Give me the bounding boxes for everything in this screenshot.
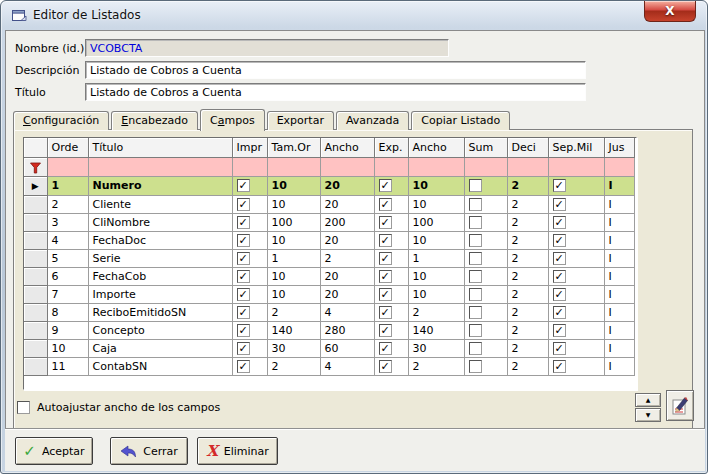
cell-ancho_exp[interactable]: 30 <box>408 339 464 357</box>
autofit-checkbox[interactable] <box>17 401 30 414</box>
cell-ancho_exp[interactable]: 2 <box>408 357 464 375</box>
cell-jus[interactable]: I <box>604 339 634 357</box>
sep_mil-checkbox[interactable]: ✓ <box>553 216 566 229</box>
sum-checkbox[interactable] <box>469 324 482 337</box>
filter-cell-sum[interactable] <box>464 157 507 176</box>
impr-checkbox[interactable]: ✓ <box>237 360 250 373</box>
cell-ancho_exp[interactable]: 10 <box>408 267 464 285</box>
row-header[interactable] <box>24 321 47 339</box>
tab-exportar[interactable]: Exportar <box>267 111 334 130</box>
filter-cell-ancho_exp[interactable] <box>408 157 464 176</box>
exp-checkbox[interactable]: ✓ <box>379 324 392 337</box>
row-header[interactable] <box>24 267 47 285</box>
cell-tam_or[interactable]: 140 <box>267 321 320 339</box>
row-header[interactable] <box>24 357 47 375</box>
cell-jus[interactable]: I <box>604 357 634 375</box>
cell-titulo[interactable]: Numero <box>88 176 232 195</box>
cell-jus[interactable]: I <box>604 176 634 195</box>
impr-checkbox[interactable]: ✓ <box>237 179 250 192</box>
cell-orde[interactable]: 8 <box>47 303 88 321</box>
impr-checkbox[interactable]: ✓ <box>237 252 250 265</box>
close-button[interactable]: X <box>644 1 696 22</box>
aceptar-button[interactable]: ✓Aceptar <box>15 437 93 465</box>
titlebar[interactable]: Editor de Listados X <box>1 1 707 30</box>
col-header-jus[interactable]: Jus <box>604 138 634 157</box>
nombre-field[interactable] <box>85 39 449 57</box>
cell-orde[interactable]: 3 <box>47 213 88 231</box>
cell-jus[interactable]: I <box>604 267 634 285</box>
cell-jus[interactable]: I <box>604 303 634 321</box>
cell-tam_or[interactable]: 2 <box>267 303 320 321</box>
tab-encabezado[interactable]: Encabezado <box>111 111 198 130</box>
sep_mil-checkbox[interactable]: ✓ <box>553 342 566 355</box>
col-header-impr[interactable]: Impr <box>232 138 267 157</box>
cell-tam_or[interactable]: 10 <box>267 267 320 285</box>
col-header-sep_mil[interactable]: Sep.Mil <box>548 138 604 157</box>
spinner-down-button[interactable]: ▼ <box>635 408 661 422</box>
cell-ancho[interactable]: 20 <box>320 285 374 303</box>
row-header[interactable] <box>24 285 47 303</box>
sum-checkbox[interactable] <box>469 216 482 229</box>
sep_mil-checkbox[interactable]: ✓ <box>553 179 566 192</box>
descripcion-field[interactable] <box>85 61 586 79</box>
col-header-titulo[interactable]: Título <box>88 138 232 157</box>
cell-titulo[interactable]: Cliente <box>88 195 232 213</box>
cell-ancho_exp[interactable]: 1 <box>408 249 464 267</box>
edit-field-button[interactable] <box>666 390 694 421</box>
sum-checkbox[interactable] <box>469 288 482 301</box>
tab-copiar-listado[interactable]: Copiar Listado <box>411 111 510 130</box>
sum-checkbox[interactable] <box>469 306 482 319</box>
cell-titulo[interactable]: Serie <box>88 249 232 267</box>
impr-checkbox[interactable]: ✓ <box>237 324 250 337</box>
impr-checkbox[interactable]: ✓ <box>237 270 250 283</box>
cell-ancho_exp[interactable]: 10 <box>408 195 464 213</box>
impr-checkbox[interactable]: ✓ <box>237 306 250 319</box>
cell-tam_or[interactable]: 1 <box>267 249 320 267</box>
impr-checkbox[interactable]: ✓ <box>237 216 250 229</box>
filter-row-header[interactable] <box>24 157 47 176</box>
sep_mil-checkbox[interactable]: ✓ <box>553 270 566 283</box>
cell-deci[interactable]: 2 <box>507 357 548 375</box>
col-header-tam_or[interactable]: Tam.Or <box>267 138 320 157</box>
exp-checkbox[interactable]: ✓ <box>379 179 392 192</box>
tab-configuracion[interactable]: Configuración <box>13 111 109 130</box>
cerrar-button[interactable]: Cerrar <box>110 437 188 465</box>
cell-jus[interactable]: I <box>604 285 634 303</box>
eliminar-button[interactable]: XEliminar <box>197 437 278 465</box>
exp-checkbox[interactable]: ✓ <box>379 234 392 247</box>
col-header-ancho_exp[interactable]: Ancho <box>408 138 464 157</box>
cell-orde[interactable]: 10 <box>47 339 88 357</box>
cell-deci[interactable]: 2 <box>507 285 548 303</box>
exp-checkbox[interactable]: ✓ <box>379 306 392 319</box>
cell-titulo[interactable]: Caja <box>88 339 232 357</box>
cell-titulo[interactable]: FechaDoc <box>88 231 232 249</box>
col-header-ancho[interactable]: Ancho <box>320 138 374 157</box>
cell-deci[interactable]: 2 <box>507 321 548 339</box>
cell-orde[interactable]: 7 <box>47 285 88 303</box>
sep_mil-checkbox[interactable]: ✓ <box>553 288 566 301</box>
cell-jus[interactable]: I <box>604 195 634 213</box>
sum-checkbox[interactable] <box>469 179 482 192</box>
cell-tam_or[interactable]: 10 <box>267 231 320 249</box>
cell-deci[interactable]: 2 <box>507 231 548 249</box>
row-header[interactable] <box>24 303 47 321</box>
sum-checkbox[interactable] <box>469 360 482 373</box>
cell-deci[interactable]: 2 <box>507 339 548 357</box>
cell-ancho[interactable]: 2 <box>320 249 374 267</box>
cell-jus[interactable]: I <box>604 213 634 231</box>
cell-orde[interactable]: 4 <box>47 231 88 249</box>
impr-checkbox[interactable]: ✓ <box>237 198 250 211</box>
cell-tam_or[interactable]: 10 <box>267 285 320 303</box>
cell-ancho[interactable]: 60 <box>320 339 374 357</box>
cell-ancho[interactable]: 20 <box>320 195 374 213</box>
exp-checkbox[interactable]: ✓ <box>379 288 392 301</box>
filter-cell-orde[interactable] <box>47 157 88 176</box>
filter-cell-ancho[interactable] <box>320 157 374 176</box>
cell-ancho[interactable]: 4 <box>320 357 374 375</box>
exp-checkbox[interactable]: ✓ <box>379 216 392 229</box>
cell-ancho_exp[interactable]: 10 <box>408 176 464 195</box>
titulo-field[interactable] <box>85 83 586 101</box>
cell-ancho[interactable]: 20 <box>320 176 374 195</box>
cell-ancho[interactable]: 4 <box>320 303 374 321</box>
tab-campos[interactable]: Campos <box>200 109 265 131</box>
